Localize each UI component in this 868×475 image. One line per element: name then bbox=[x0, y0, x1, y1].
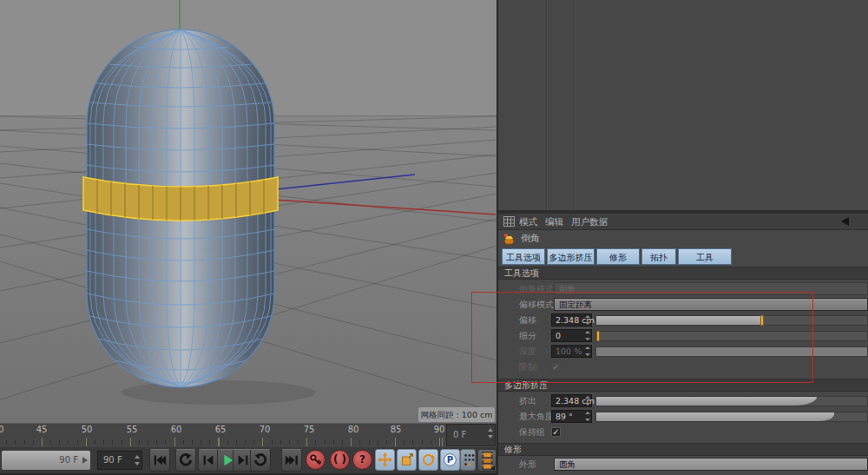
record-parameter-button[interactable]: P bbox=[440, 449, 460, 471]
section-header-shaping[interactable]: 修形 bbox=[498, 443, 868, 456]
rotation-circle-icon bbox=[421, 452, 436, 467]
offset-slider[interactable] bbox=[595, 315, 868, 326]
panel-collapse-arrow-icon[interactable] bbox=[841, 217, 849, 226]
tab-polygon-extrusion[interactable]: 多边形挤压 bbox=[547, 248, 595, 265]
ruler-tick: 65 bbox=[215, 425, 227, 434]
preserve-groups-label: 保持组 bbox=[519, 426, 545, 439]
offset-mode-dropdown[interactable]: 固定距离 bbox=[554, 298, 868, 311]
menu-user-data[interactable]: 用户数据 bbox=[571, 214, 608, 229]
limit-checkbox: ✓ bbox=[551, 362, 561, 372]
shape-label: 外形 bbox=[519, 458, 536, 472]
point-level-animation-button[interactable] bbox=[460, 449, 476, 471]
preserve-groups-checkbox[interactable]: ✓ bbox=[551, 427, 561, 437]
menu-mode[interactable]: 模式 bbox=[519, 214, 537, 229]
more-options-corner bbox=[490, 465, 495, 470]
current-frame-stepper[interactable] bbox=[134, 455, 140, 465]
extrude-stepper[interactable] bbox=[584, 396, 590, 406]
current-frame-field[interactable]: 90 F bbox=[97, 451, 142, 470]
max-angle-label: 最大角度 bbox=[519, 410, 554, 424]
record-position-button[interactable] bbox=[375, 449, 395, 471]
go-to-end-icon bbox=[284, 452, 299, 468]
position-cross-icon bbox=[378, 452, 392, 467]
ruler-tick: 75 bbox=[304, 425, 315, 434]
record-rotation-button[interactable] bbox=[418, 449, 438, 471]
go-to-next-key-button[interactable] bbox=[250, 449, 271, 472]
panel-empty-area bbox=[498, 0, 868, 210]
go-to-previous-frame-button[interactable] bbox=[198, 449, 219, 472]
grid-spacing-label: 网格间距 : 100 cm bbox=[418, 407, 495, 422]
subdivision-stepper[interactable] bbox=[584, 331, 590, 340]
row-max-angle: 最大角度 89 ° bbox=[498, 410, 868, 424]
keyframe-selection-button[interactable]: ? bbox=[352, 450, 372, 470]
extrude-slider[interactable] bbox=[595, 396, 868, 406]
max-angle-value-field[interactable]: 89 ° bbox=[551, 410, 592, 423]
tab-tool[interactable]: 工具 bbox=[678, 248, 732, 265]
attribute-menu-bar: 模式 编辑 用户数据 bbox=[498, 214, 868, 230]
section-header-tool-options[interactable]: 工具选项 bbox=[498, 267, 868, 280]
max-angle-stepper[interactable] bbox=[584, 412, 590, 421]
cinema4d-window: 网格间距 : 100 cm 40 45 50 55 60 65 70 75 80… bbox=[0, 0, 868, 475]
column-divider bbox=[574, 0, 575, 210]
menu-edit[interactable]: 编辑 bbox=[545, 214, 563, 229]
ruler-tick: 70 bbox=[260, 425, 271, 434]
attribute-manager: 模式 编辑 用户数据 倒角 工具选项 多边形挤压 修形 拓扑 工具 工具选项 倒… bbox=[496, 0, 868, 475]
row-subdivision: 细分 0 bbox=[498, 329, 868, 343]
capsule-shadow bbox=[122, 380, 316, 405]
go-to-start-button[interactable] bbox=[149, 449, 170, 472]
ruler-tick: 45 bbox=[36, 425, 48, 434]
ruler-tick-marks bbox=[0, 438, 444, 446]
animation-toolbar: 90 F 90 F bbox=[0, 447, 496, 473]
autokeying-button[interactable]: ( ) bbox=[330, 450, 350, 470]
column-divider bbox=[546, 0, 547, 210]
subdivision-label: 细分 bbox=[519, 329, 536, 343]
depth-value-field: 100 % bbox=[551, 345, 592, 358]
subdivision-slider[interactable] bbox=[595, 331, 868, 341]
row-offset-mode: 偏移模式 固定距离 bbox=[498, 298, 868, 312]
subdivision-value-field[interactable]: 0 bbox=[551, 329, 592, 342]
ruler-tick: 55 bbox=[127, 425, 138, 434]
row-offset: 偏移 2.348 cm bbox=[498, 313, 868, 327]
row-shape: 外形 圆角 bbox=[498, 458, 868, 472]
ruler-tick: 40 bbox=[0, 425, 3, 434]
ruler-tick: 60 bbox=[171, 425, 182, 434]
depth-slider bbox=[595, 346, 868, 357]
animation-palette-button[interactable] bbox=[477, 449, 496, 472]
ruler-tick: 85 bbox=[391, 425, 402, 434]
row-limit: 限制 ✓ bbox=[498, 360, 868, 374]
ruler-tick: 50 bbox=[82, 425, 93, 434]
section-header-polygon-extrusion[interactable]: 多边形挤压 bbox=[498, 379, 868, 392]
timeline-ruler[interactable]: 40 45 50 55 60 65 70 75 80 85 90 bbox=[0, 423, 496, 447]
previous-key-icon bbox=[178, 452, 194, 468]
row-preserve-groups: 保持组 ✓ bbox=[498, 426, 868, 439]
limit-label: 限制 bbox=[519, 360, 536, 374]
capsule-object[interactable] bbox=[83, 30, 278, 389]
go-to-end-button[interactable] bbox=[281, 449, 302, 472]
record-key-icon bbox=[308, 452, 323, 467]
go-to-start-icon bbox=[152, 452, 168, 468]
offset-stepper[interactable] bbox=[584, 315, 590, 325]
tab-shaping[interactable]: 修形 bbox=[596, 248, 640, 265]
end-frame-stepper[interactable] bbox=[487, 428, 493, 439]
timeline-scrubber[interactable]: 90 F bbox=[2, 451, 90, 470]
autokey-icon: ( ) bbox=[333, 453, 346, 465]
row-extrude: 挤出 2.348 cm bbox=[498, 394, 868, 408]
bevel-mode-label: 倒角模式 bbox=[519, 282, 554, 296]
tab-tool-options[interactable]: 工具选项 bbox=[502, 248, 545, 265]
record-scale-button[interactable] bbox=[397, 449, 417, 471]
end-frame-field[interactable]: 0 F bbox=[446, 424, 496, 446]
max-angle-slider[interactable] bbox=[595, 412, 868, 422]
go-to-previous-key-button[interactable] bbox=[175, 449, 196, 472]
offset-value-field[interactable]: 2.348 cm bbox=[551, 313, 592, 327]
tab-topology[interactable]: 拓扑 bbox=[641, 248, 676, 265]
scrubber-frame-label: 90 F bbox=[59, 455, 78, 465]
bevel-tool-icon bbox=[503, 232, 516, 245]
perspective-viewport[interactable]: 网格间距 : 100 cm bbox=[0, 0, 496, 423]
tool-title-row: 倒角 bbox=[498, 229, 868, 247]
record-active-objects-button[interactable] bbox=[306, 450, 326, 470]
shape-dropdown[interactable]: 圆角 bbox=[554, 458, 868, 471]
bevel-mode-dropdown: 倒角 bbox=[554, 282, 868, 295]
extrude-value-field[interactable]: 2.348 cm bbox=[551, 394, 592, 407]
ruler-numbers: 40 45 50 55 60 65 70 75 80 85 90 bbox=[0, 425, 444, 437]
row-depth: 深度 100 % bbox=[498, 345, 868, 359]
tool-title: 倒角 bbox=[521, 229, 540, 247]
